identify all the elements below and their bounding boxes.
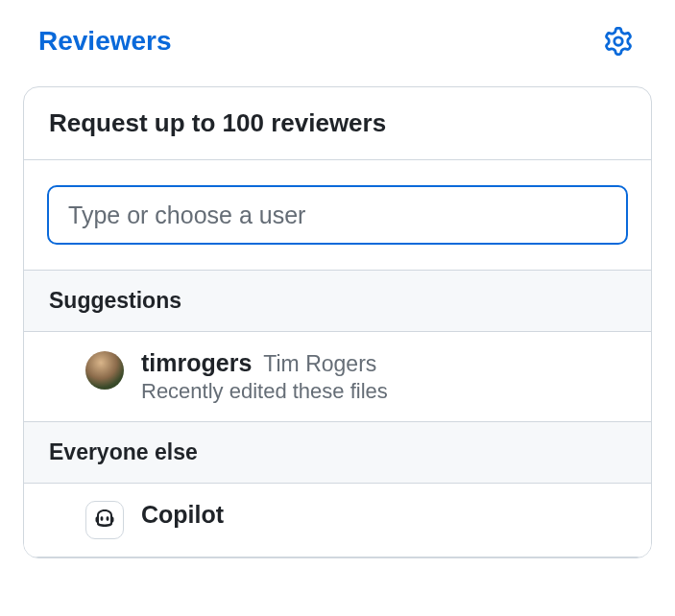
panel-title: Request up to 100 reviewers bbox=[24, 87, 651, 160]
item-meta: Recently edited these files bbox=[141, 379, 626, 404]
copilot-avatar bbox=[85, 501, 124, 539]
item-body: Copilot bbox=[141, 501, 626, 529]
item-body: timrogers Tim Rogers Recently edited the… bbox=[141, 349, 626, 404]
everyone-else-section-label: Everyone else bbox=[24, 422, 651, 484]
reviewers-picker-panel: Request up to 100 reviewers Suggestions … bbox=[23, 86, 652, 558]
fullname: Tim Rogers bbox=[263, 351, 376, 377]
reviewer-search-input[interactable] bbox=[47, 185, 628, 245]
suggestions-section-label: Suggestions bbox=[24, 271, 651, 332]
everyone-item[interactable]: Copilot bbox=[24, 484, 651, 557]
suggestion-item[interactable]: timrogers Tim Rogers Recently edited the… bbox=[24, 332, 651, 422]
username: Copilot bbox=[141, 501, 224, 529]
reviewers-header: Reviewers bbox=[23, 23, 652, 59]
reviewers-title: Reviewers bbox=[38, 26, 172, 57]
username: timrogers bbox=[141, 349, 252, 377]
reviewers-settings-button[interactable] bbox=[600, 23, 637, 59]
copilot-icon bbox=[93, 507, 116, 533]
avatar bbox=[85, 351, 124, 390]
search-container bbox=[24, 160, 651, 271]
gear-icon bbox=[604, 27, 633, 56]
